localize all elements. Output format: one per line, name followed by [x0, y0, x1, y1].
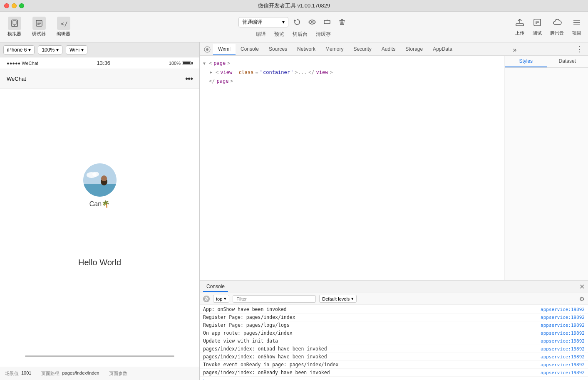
console-source[interactable]: appservice:19892 — [541, 338, 585, 344]
simulator-button[interactable]: 模拟器 — [4, 15, 25, 39]
debugger-button[interactable]: 调试器 — [29, 15, 49, 39]
console-message: Register Page: pages/index/index — [203, 314, 541, 320]
tab-audits[interactable]: Audits — [377, 44, 400, 55]
no-filter-icon[interactable] — [203, 296, 210, 302]
console-source[interactable]: appservice:19892 — [541, 354, 585, 360]
debugger-icon — [32, 17, 46, 30]
cloud-button[interactable]: 腾讯云 — [548, 16, 566, 38]
console-tab[interactable]: Console — [203, 282, 228, 292]
device-select[interactable]: iPhone 6 ▾ — [3, 45, 35, 54]
minimize-button[interactable] — [12, 3, 17, 8]
tab-network[interactable]: Network — [292, 44, 320, 55]
console-source[interactable]: appservice:19892 — [541, 362, 585, 368]
console-area: Console ✕ top ▾ Default levels ▾ ⚙ — [200, 280, 588, 380]
console-filter-input[interactable] — [233, 295, 316, 303]
scene-value: 1001 — [21, 370, 31, 377]
simulator-icon — [8, 17, 21, 30]
console-row: pages/index/index: onLoad have been invo… — [200, 345, 588, 353]
device-name: iPhone 6 — [7, 47, 27, 53]
styles-tabs: Styles Dataset — [505, 56, 588, 68]
more-button[interactable]: 项目 — [570, 16, 584, 38]
expand-view-icon[interactable]: ▶ — [210, 69, 214, 76]
preview-button[interactable] — [306, 16, 318, 28]
hamburger-icon — [572, 18, 581, 29]
console-source[interactable]: appservice:19892 — [541, 315, 585, 320]
compile-mode-select[interactable]: 普通编译 ▾ — [238, 17, 288, 27]
console-settings-icon[interactable]: ⚙ — [579, 296, 585, 302]
network-chevron-icon: ▾ — [81, 47, 84, 53]
zoom-chevron-icon: ▾ — [56, 47, 59, 53]
tab-console[interactable]: Console — [236, 44, 264, 55]
expand-page-icon[interactable]: ▼ — [203, 60, 207, 67]
preview-label: 预览 — [274, 31, 284, 38]
console-row: Register Page: pages/logs/logs appservic… — [200, 321, 588, 329]
console-source[interactable]: appservice:19892 — [541, 307, 585, 312]
console-message: pages/index/index: onReady have been inv… — [203, 370, 541, 375]
clear-cache-button[interactable] — [336, 16, 348, 28]
devtools-main: ▼ <page> ▶ <view class="container" >...<… — [200, 56, 588, 280]
window-controls — [4, 3, 24, 8]
test-label: 测试 — [533, 30, 542, 36]
tab-icon-wxml[interactable] — [201, 44, 213, 55]
signal-status: ●●●●● WeChat — [7, 61, 38, 66]
context-select[interactable]: top ▾ — [213, 295, 229, 303]
upload-button[interactable]: 上传 — [513, 16, 527, 38]
page-path-item: 页面路径 pages/index/index — [41, 370, 99, 377]
cloud-icon — [553, 18, 562, 29]
console-source[interactable]: appservice:19892 — [541, 323, 585, 328]
network-select[interactable]: WiFi ▾ — [66, 45, 87, 54]
close-button[interactable] — [4, 3, 9, 8]
battery-status: 100% — [169, 61, 193, 66]
devtools-tabs: Wxml Console Sources Network Memory Secu… — [200, 42, 588, 56]
title-bar: 微信开发者工具 v1.00.170829 — [0, 0, 588, 12]
console-source[interactable]: appservice:19892 — [541, 346, 585, 352]
levels-select[interactable]: Default levels ▾ — [319, 295, 357, 303]
backend-button[interactable] — [321, 16, 333, 28]
tab-sources[interactable]: Sources — [264, 44, 292, 55]
options-icon[interactable]: ••• — [185, 74, 193, 84]
svg-point-25 — [101, 175, 107, 181]
maximize-button[interactable] — [19, 3, 24, 8]
more-tabs-button[interactable]: » — [509, 44, 520, 55]
refresh-button[interactable] — [291, 16, 303, 28]
compile-mode-label: 普通编译 — [242, 19, 262, 26]
tab-appdata[interactable]: AppData — [428, 44, 457, 55]
tab-security[interactable]: Security — [348, 44, 376, 55]
console-source[interactable]: appservice:19892 — [541, 331, 585, 336]
levels-label: Default levels — [322, 296, 350, 301]
more-label: 项目 — [572, 30, 581, 36]
styles-tab-styles[interactable]: Styles — [505, 56, 547, 67]
console-source[interactable]: appservice:19892 — [541, 370, 585, 375]
svg-line-29 — [205, 298, 208, 300]
editor-button[interactable]: </> 编辑器 — [53, 15, 74, 39]
styles-tab-dataset[interactable]: Dataset — [547, 56, 588, 67]
devtools-menu-button[interactable]: ⋮ — [572, 43, 586, 55]
test-icon — [533, 18, 542, 29]
console-row: Register Page: pages/index/index appserv… — [200, 313, 588, 321]
console-row: App: onShow have been invoked appservice… — [200, 306, 588, 313]
zoom-select[interactable]: 100% ▾ — [38, 45, 62, 54]
console-row: pages/index/index: onShow have been invo… — [200, 353, 588, 361]
console-row: On app route: pages/index/index appservi… — [200, 329, 588, 337]
svg-text:</>: </> — [61, 20, 68, 27]
upload-label: 上传 — [515, 30, 524, 36]
code-panel: ▼ <page> ▶ <view class="container" >...<… — [200, 56, 505, 280]
test-button[interactable]: 测试 — [530, 16, 544, 38]
phone-status-bar: ●●●●● WeChat 13:36 100% — [0, 57, 199, 69]
console-row: Update view with init data appservice:19… — [200, 337, 588, 345]
console-message: pages/index/index: onLoad have been invo… — [203, 346, 541, 352]
devtools-panel: Wxml Console Sources Network Memory Secu… — [200, 42, 588, 380]
code-line-2: ▶ <view class="container" >...</view> — [203, 68, 501, 77]
console-close-button[interactable]: ✕ — [579, 283, 585, 291]
simulator-label: 模拟器 — [7, 31, 21, 37]
toolbar-right: 上传 测试 腾讯云 项目 — [513, 16, 584, 38]
app-title: WeChat — [7, 76, 26, 82]
tab-wxml[interactable]: Wxml — [213, 44, 236, 55]
tab-memory[interactable]: Memory — [320, 44, 348, 55]
scene-key: 场景值 — [5, 370, 19, 377]
user-profile: Can🌴 — [83, 163, 117, 208]
console-toolbar: top ▾ Default levels ▾ ⚙ — [200, 293, 588, 305]
tab-storage[interactable]: Storage — [400, 44, 428, 55]
horizontal-scrollbar[interactable] — [25, 355, 174, 357]
main-content: iPhone 6 ▾ 100% ▾ WiFi ▾ ●●●●● WeChat 13… — [0, 42, 588, 380]
